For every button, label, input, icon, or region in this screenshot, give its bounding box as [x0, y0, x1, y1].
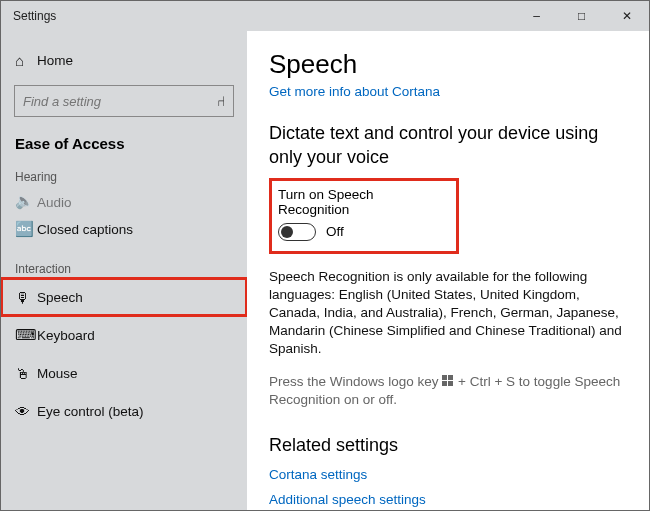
sidebar-item-label: Closed captions [37, 222, 133, 237]
sidebar-group-hearing: Hearing [1, 156, 247, 186]
sidebar-item-audio[interactable]: 🔈 Audio [1, 186, 247, 210]
toggle-label: Turn on Speech Recognition [276, 187, 446, 217]
sidebar-item-label: Mouse [37, 366, 78, 381]
search-input[interactable] [23, 94, 217, 109]
sidebar-item-eye-control[interactable]: 👁 Eye control (beta) [1, 392, 247, 430]
sidebar-item-label: Audio [37, 195, 72, 210]
availability-text: Speech Recognition is only available for… [269, 268, 627, 359]
microphone-icon: 🎙 [15, 289, 37, 306]
keyboard-icon: ⌨ [15, 326, 37, 344]
content-pane: Speech Get more info about Cortana Dicta… [247, 31, 649, 510]
toggle-state: Off [326, 224, 344, 239]
cortana-info-link[interactable]: Get more info about Cortana [269, 84, 627, 99]
related-heading: Related settings [269, 433, 627, 457]
speech-recognition-toggle-group: Turn on Speech Recognition Off [269, 178, 459, 254]
minimize-button[interactable]: – [514, 1, 559, 31]
sidebar-group-interaction: Interaction [1, 248, 247, 278]
windows-logo-icon [442, 375, 454, 387]
sidebar: ⌂ Home ⑁ Ease of Access Hearing 🔈 Audio … [1, 31, 247, 510]
mouse-icon: 🖱 [15, 365, 37, 382]
window-controls: – □ ✕ [514, 1, 649, 31]
additional-speech-settings-link[interactable]: Additional speech settings [269, 492, 627, 507]
cc-icon: 🔤 [15, 220, 37, 238]
sidebar-item-label: Speech [37, 290, 83, 305]
sidebar-item-label: Eye control (beta) [37, 404, 144, 419]
sidebar-item-keyboard[interactable]: ⌨ Keyboard [1, 316, 247, 354]
home-icon: ⌂ [15, 52, 37, 69]
search-box[interactable]: ⑁ [14, 85, 234, 117]
toggle-knob [281, 226, 293, 238]
eye-icon: 👁 [15, 403, 37, 420]
maximize-button[interactable]: □ [559, 1, 604, 31]
sidebar-item-label: Keyboard [37, 328, 95, 343]
cortana-settings-link[interactable]: Cortana settings [269, 467, 627, 482]
page-title: Speech [269, 49, 627, 80]
speech-recognition-toggle[interactable] [278, 223, 316, 241]
section-heading: Dictate text and control your device usi… [269, 121, 627, 170]
window-title: Settings [1, 9, 514, 23]
sidebar-category: Ease of Access [1, 127, 247, 156]
sidebar-item-speech[interactable]: 🎙 Speech [1, 278, 247, 316]
titlebar: Settings – □ ✕ [1, 1, 649, 31]
related-settings: Related settings Cortana settings Additi… [269, 433, 627, 507]
sidebar-item-closed-captions[interactable]: 🔤 Closed captions [1, 210, 247, 248]
search-icon: ⑁ [217, 93, 225, 109]
shortcut-text: Press the Windows logo key + Ctrl + S to… [269, 373, 627, 409]
close-button[interactable]: ✕ [604, 1, 649, 31]
sidebar-item-mouse[interactable]: 🖱 Mouse [1, 354, 247, 392]
home-nav[interactable]: ⌂ Home [1, 41, 247, 79]
speaker-icon: 🔈 [15, 192, 37, 210]
home-label: Home [37, 53, 73, 68]
